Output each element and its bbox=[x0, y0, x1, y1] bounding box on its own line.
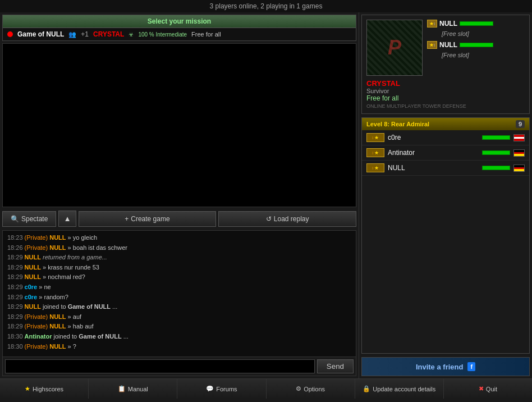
quit-icon: ✖ bbox=[479, 385, 484, 392]
player-plus: +1 bbox=[81, 30, 89, 38]
update-account-button[interactable]: 🔒 Update account details bbox=[355, 379, 444, 399]
spectate-icon: 🔍 bbox=[11, 215, 19, 223]
manual-icon: 📋 bbox=[118, 385, 126, 392]
game-status-dot bbox=[7, 31, 13, 37]
spectate-arrow-button[interactable]: ▲ bbox=[58, 211, 76, 227]
forums-icon: 💬 bbox=[206, 385, 214, 392]
quit-button[interactable]: ✖ Quit bbox=[444, 379, 532, 399]
chat-messages[interactable]: 18:23 (Private) NULL » yo gleich 18:26 (… bbox=[3, 231, 356, 357]
game-multiplayer-text: ONLINE MULTIPLAYER TOWER DEFENSE bbox=[366, 103, 525, 109]
player-count-icon: 👥 bbox=[68, 31, 76, 38]
game-map-thumbnail: P bbox=[366, 20, 423, 76]
survivor-text: 100 % Intermediate bbox=[138, 31, 187, 38]
player1-name: NULL bbox=[439, 20, 457, 28]
action-buttons-row: 🔍 Spectate ▲ + Create game ↺ Load replay bbox=[0, 207, 359, 230]
lb-flag-de-2 bbox=[513, 165, 525, 172]
list-item: 18:29 NULL joined to Game of NULL ... bbox=[7, 302, 351, 312]
invite-friend-button[interactable]: Invite a friend f bbox=[361, 357, 530, 376]
map-crystal: CRYSTAL bbox=[93, 30, 124, 38]
bottom-nav: ★ Highscores 📋 Manual 💬 Forums ⚙ Options… bbox=[0, 378, 532, 399]
player2-health bbox=[460, 43, 493, 47]
player1-slot: [Free slot] bbox=[442, 30, 469, 37]
game-map-area bbox=[2, 43, 356, 207]
top-status-bar: 3 players online, 2 playing in 1 games bbox=[0, 0, 532, 12]
lb-player-antinator: Antinator bbox=[388, 149, 479, 157]
invite-text: Invite a friend bbox=[416, 363, 464, 371]
game-info-details: ★ I NULL [Free slot] ★ I bbox=[427, 20, 525, 76]
rank-badge-1: ★ I bbox=[427, 20, 437, 28]
star-icon: ★ bbox=[25, 385, 30, 392]
leaderboard-count: 9 bbox=[516, 120, 525, 128]
game-mode: Survivor bbox=[366, 88, 525, 94]
leaderboard-row: I ★ NULL bbox=[362, 161, 529, 176]
chat-section: 18:23 (Private) NULL » yo gleich 18:26 (… bbox=[2, 230, 356, 376]
options-button[interactable]: ⚙ Options bbox=[267, 379, 355, 399]
lb-health-null bbox=[482, 166, 510, 170]
facebook-icon: f bbox=[467, 362, 475, 371]
leaderboard-title: Level 8: Rear Admiral bbox=[366, 121, 429, 127]
lb-health-c0re bbox=[482, 135, 510, 140]
chat-input-row: Send bbox=[3, 357, 356, 376]
game-map-name: CRYSTAL bbox=[366, 79, 525, 88]
lb-flag-at bbox=[513, 134, 525, 141]
lb-rank-1: I ★ bbox=[366, 133, 384, 142]
list-item: 18:23 (Private) NULL » yo gleich bbox=[7, 233, 351, 243]
player-status-text: 3 players online, 2 playing in 1 games bbox=[210, 2, 323, 10]
leaderboard-row: I ★ c0re bbox=[362, 130, 529, 145]
freeforall-text: Free for all bbox=[191, 31, 221, 38]
list-item: 18:30 (Private) NULL » ? bbox=[7, 342, 351, 352]
list-item: 18:26 (Private) NULL » boah ist das schw… bbox=[7, 243, 351, 253]
list-item: 18:29 NULL » nochmal red? bbox=[7, 272, 351, 282]
chat-input[interactable] bbox=[5, 359, 315, 373]
manual-button[interactable]: 📋 Manual bbox=[89, 379, 177, 399]
list-item: 18:30 Antinator joined to Game of NULL .… bbox=[7, 332, 351, 342]
list-item: 18:29 (Private) NULL » auf bbox=[7, 312, 351, 322]
player-slot-1: ★ I NULL bbox=[427, 20, 525, 28]
list-item: 18:29 c0re » random? bbox=[7, 293, 351, 303]
send-button[interactable]: Send bbox=[317, 359, 354, 373]
list-item: 18:29 (Private) NULL » hab auf bbox=[7, 322, 351, 332]
player2-slot: [Free slot] bbox=[442, 52, 469, 58]
list-item: 18:29 NULL returned from a game... bbox=[7, 253, 351, 263]
lb-flag-de-1 bbox=[513, 149, 525, 157]
mission-selector: Select your mission Game of NULL 👥 +1 CR… bbox=[2, 15, 356, 41]
lb-player-c0re: c0re bbox=[388, 134, 479, 141]
lb-player-null: NULL bbox=[388, 164, 479, 172]
forums-button[interactable]: 💬 Forums bbox=[177, 379, 266, 399]
gear-icon: ⚙ bbox=[296, 385, 301, 392]
lb-health-antinator bbox=[482, 150, 510, 155]
leaderboard: Level 8: Rear Admiral 9 I ★ c0re I ★ A bbox=[361, 117, 530, 354]
list-item: 18:29 c0re » ne bbox=[7, 282, 351, 293]
mission-title: Select your mission bbox=[3, 15, 356, 28]
lb-rank-2: I ★ bbox=[366, 148, 384, 157]
player-slot-2: ★ I NULL bbox=[427, 41, 525, 49]
player1-health bbox=[460, 21, 493, 26]
rank-badge-2: ★ I bbox=[427, 41, 437, 49]
lb-rank-3: I ★ bbox=[366, 163, 384, 172]
game-details-text: CRYSTAL Survivor Free for all ONLINE MUL… bbox=[366, 79, 525, 109]
leaderboard-header: Level 8: Rear Admiral 9 bbox=[362, 118, 529, 130]
game-freeforall: Free for all bbox=[366, 94, 525, 102]
load-icon: ↺ bbox=[266, 215, 272, 223]
game-name: Game of NULL bbox=[17, 30, 64, 38]
list-item: 18:29 NULL » krass nur runde 53 bbox=[7, 263, 351, 273]
highscores-button[interactable]: ★ Highscores bbox=[0, 379, 89, 399]
survivor-icon: ☣ bbox=[129, 31, 134, 38]
create-game-button[interactable]: + Create game bbox=[79, 211, 217, 227]
spectate-button[interactable]: 🔍 Spectate bbox=[2, 211, 56, 227]
leaderboard-row: I ★ Antinator bbox=[362, 145, 529, 161]
create-icon: + bbox=[125, 215, 129, 223]
player2-name: NULL bbox=[439, 41, 457, 49]
load-replay-button[interactable]: ↺ Load replay bbox=[218, 211, 356, 227]
game-info-card: P ★ I NULL [Free slot] bbox=[361, 15, 530, 114]
update-icon: 🔒 bbox=[363, 385, 370, 392]
